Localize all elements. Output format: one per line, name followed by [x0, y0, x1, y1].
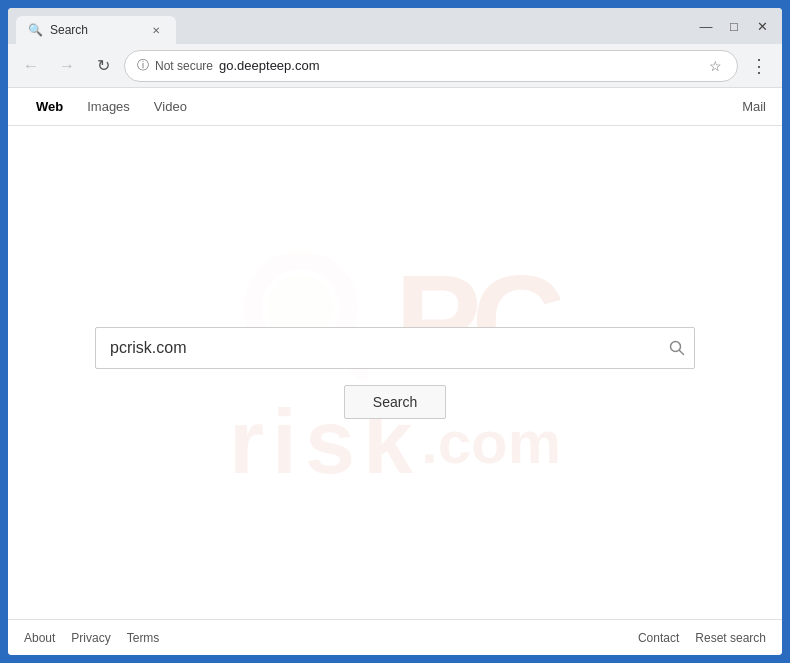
site-tabs-bar: Web Images Video Mail [8, 88, 782, 126]
footer: About Privacy Terms Contact Reset search [8, 619, 782, 655]
search-icon-button[interactable] [669, 340, 685, 356]
footer-left-links: About Privacy Terms [24, 631, 159, 645]
footer-terms-link[interactable]: Terms [127, 631, 160, 645]
browser-tab[interactable]: 🔍 Search ✕ [16, 16, 176, 44]
menu-button[interactable]: ⋮ [744, 51, 774, 81]
browser-window: 🔍 Search ✕ — □ ✕ ← → ↻ ⓘ Not secure go.d… [0, 0, 790, 663]
footer-reset-search-link[interactable]: Reset search [695, 631, 766, 645]
footer-right-links: Contact Reset search [638, 631, 766, 645]
back-button[interactable]: ← [16, 51, 46, 81]
forward-button[interactable]: → [52, 51, 82, 81]
search-input[interactable] [95, 327, 695, 369]
minimize-button[interactable]: — [694, 14, 718, 38]
tab-area: 🔍 Search ✕ [16, 8, 686, 44]
address-right-icons: ☆ [705, 56, 725, 76]
refresh-button[interactable]: ↻ [88, 51, 118, 81]
footer-about-link[interactable]: About [24, 631, 55, 645]
search-button[interactable]: Search [344, 385, 446, 419]
not-secure-icon: ⓘ [137, 57, 149, 74]
search-form: Search [95, 327, 695, 419]
tab-title: Search [50, 23, 88, 37]
tab-web[interactable]: Web [24, 91, 75, 122]
footer-privacy-link[interactable]: Privacy [71, 631, 110, 645]
main-content: PC risk .com Sea [8, 126, 782, 619]
maximize-button[interactable]: □ [722, 14, 746, 38]
title-bar: 🔍 Search ✕ — □ ✕ [8, 8, 782, 44]
tab-video[interactable]: Video [142, 91, 199, 122]
browser-inner: 🔍 Search ✕ — □ ✕ ← → ↻ ⓘ Not secure go.d… [8, 8, 782, 655]
address-bar[interactable]: ⓘ Not secure go.deepteep.com ☆ [124, 50, 738, 82]
not-secure-label: Not secure [155, 59, 213, 73]
svg-line-4 [680, 350, 684, 354]
search-input-wrap [95, 327, 695, 369]
close-button[interactable]: ✕ [750, 14, 774, 38]
tab-mail[interactable]: Mail [742, 99, 766, 114]
tab-favicon-icon: 🔍 [28, 23, 42, 37]
footer-contact-link[interactable]: Contact [638, 631, 679, 645]
tab-close-button[interactable]: ✕ [148, 22, 164, 38]
nav-bar: ← → ↻ ⓘ Not secure go.deepteep.com ☆ ⋮ [8, 44, 782, 88]
tab-images[interactable]: Images [75, 91, 142, 122]
bookmark-icon[interactable]: ☆ [705, 56, 725, 76]
search-icon [669, 340, 685, 356]
window-controls: — □ ✕ [694, 14, 774, 38]
url-text: go.deepteep.com [219, 58, 699, 73]
